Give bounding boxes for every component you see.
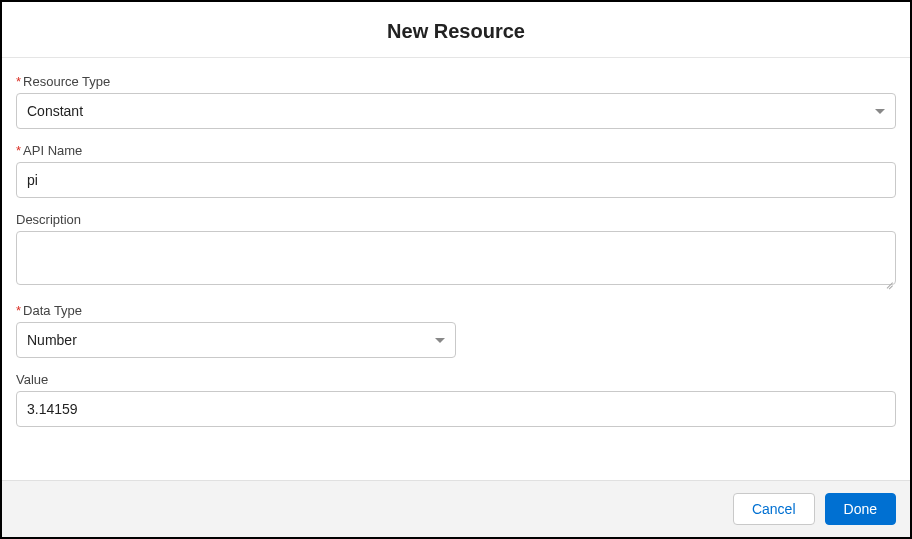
resource-type-value: Constant <box>27 103 83 119</box>
form-body: Resource Type Constant API Name Descript… <box>2 58 910 480</box>
dialog-header: New Resource <box>2 2 910 58</box>
data-type-field: Data Type Number <box>16 303 896 358</box>
description-wrap <box>16 231 896 289</box>
value-input[interactable] <box>16 391 896 427</box>
dialog-footer: Cancel Done <box>2 480 910 537</box>
cancel-button[interactable]: Cancel <box>733 493 815 525</box>
resource-type-label: Resource Type <box>16 74 896 89</box>
resource-type-field: Resource Type Constant <box>16 74 896 129</box>
dialog-title: New Resource <box>2 20 910 43</box>
value-field: Value <box>16 372 896 427</box>
description-textarea[interactable] <box>16 231 896 285</box>
api-name-field: API Name <box>16 143 896 198</box>
resource-type-select[interactable]: Constant <box>16 93 896 129</box>
api-name-input[interactable] <box>16 162 896 198</box>
description-field: Description <box>16 212 896 289</box>
api-name-label: API Name <box>16 143 896 158</box>
data-type-select[interactable]: Number <box>16 322 456 358</box>
description-label: Description <box>16 212 896 227</box>
data-type-label: Data Type <box>16 303 896 318</box>
data-type-value: Number <box>27 332 77 348</box>
value-label: Value <box>16 372 896 387</box>
chevron-down-icon <box>435 338 445 343</box>
chevron-down-icon <box>875 109 885 114</box>
done-button[interactable]: Done <box>825 493 896 525</box>
